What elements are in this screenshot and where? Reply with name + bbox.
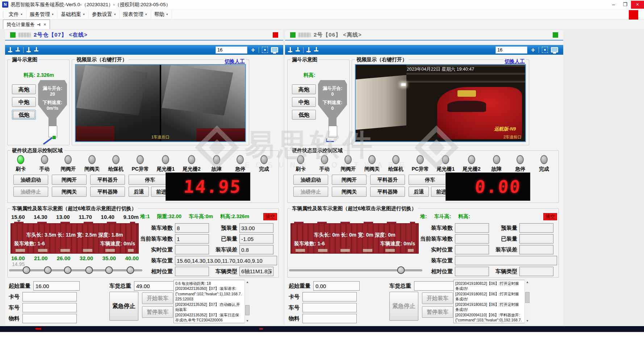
low-cannon-button[interactable]: 低炮	[12, 110, 36, 120]
monitor-icon[interactable]	[271, 47, 278, 53]
clear-button[interactable]: 清空	[263, 213, 277, 220]
slider-thumb[interactable]	[105, 266, 113, 274]
gate-close-button[interactable]: 闸阀关	[332, 187, 367, 197]
open-amount-input[interactable]	[216, 46, 247, 54]
load-pos-input[interactable]	[455, 256, 557, 265]
tab-close-icon[interactable]: ×	[43, 23, 46, 26]
scroll-down-icon[interactable]: ▼	[525, 319, 530, 323]
mid-cannon-button[interactable]: 中炮	[292, 97, 316, 107]
scrollbar[interactable]: ▲ ▼	[244, 280, 250, 323]
menu-base-archive[interactable]: 基础档案▼	[58, 10, 89, 19]
menu-parameter-settings[interactable]: 参数设置▼	[89, 10, 120, 19]
plus-icon[interactable]: +	[530, 47, 536, 53]
menu-help[interactable]: 帮助▼	[151, 10, 172, 19]
leveler-up-button[interactable]: 平料器升	[90, 175, 125, 185]
slider-thumb[interactable]	[44, 266, 51, 274]
card-no-input[interactable]	[22, 292, 77, 301]
pause-loading-button[interactable]: 暂停装车	[142, 306, 173, 318]
menu-service-mgmt[interactable]: 服务管理▼	[26, 10, 58, 19]
high-cannon-button[interactable]: 高炮	[292, 84, 316, 94]
relative-pos-input[interactable]	[455, 267, 489, 276]
monitor-icon[interactable]	[551, 47, 558, 53]
current-pile-input[interactable]	[455, 234, 489, 244]
tab-silo-metering[interactable]: 简仓计量服务 ×	[3, 20, 50, 29]
reverse-button[interactable]: 后退	[129, 187, 149, 197]
loaded-input[interactable]	[519, 234, 553, 244]
slider-thumb[interactable]	[22, 266, 30, 274]
open-amount-input[interactable]	[495, 46, 527, 54]
realtime-pos-input[interactable]	[175, 245, 209, 254]
high-cannon-button[interactable]: 高炮	[12, 84, 36, 94]
preload-input[interactable]	[239, 223, 273, 233]
load-pos-input[interactable]	[175, 256, 277, 265]
minimize-button[interactable]: –	[608, 1, 619, 9]
emergency-stop-button[interactable]: 紧急停止	[109, 292, 138, 321]
slider-thumb[interactable]	[126, 266, 134, 274]
pipe-tool-icon[interactable]	[314, 47, 319, 53]
pipe-tool-icon[interactable]	[296, 47, 300, 53]
video-feed[interactable]: 1车道后口	[75, 64, 246, 142]
scale-start-button[interactable]: 油磅启动	[293, 175, 328, 185]
menu-report-mgmt[interactable]: 报表管理▼	[120, 10, 151, 19]
loaded-input[interactable]	[239, 234, 273, 244]
gate-open-button[interactable]: 闸阀开	[52, 175, 87, 185]
truck-no-input[interactable]	[22, 303, 77, 312]
close-button[interactable]: ×	[631, 1, 644, 9]
emergency-stop-button[interactable]: 紧急停止	[389, 292, 418, 321]
scroll-thumb[interactable]	[245, 305, 250, 315]
scroll-up-icon[interactable]: ▲	[525, 280, 530, 284]
scrollbar[interactable]: ▲ ▼	[524, 280, 530, 323]
card-no-input[interactable]	[302, 292, 357, 301]
video-feed[interactable]: 远航版-N9 2023年04月22日 星期六 19:40:47 2车道前口	[355, 64, 526, 142]
start-loading-button[interactable]: 开始装车	[142, 292, 173, 304]
mid-cannon-button[interactable]: 中炮	[12, 97, 36, 107]
log-output[interactable]: 0.6 每次移动距离: 18 [20230422135350]【07】:装车请求…	[173, 280, 250, 323]
pipe-tool-icon[interactable]	[34, 47, 39, 53]
realtime-pos-input[interactable]	[455, 245, 489, 254]
stop-vehicle-button[interactable]: 停车	[129, 175, 171, 185]
pipe-tool-icon[interactable]	[16, 47, 20, 53]
scroll-thumb[interactable]	[525, 292, 530, 303]
scale-stop-button[interactable]: 油磅停止	[293, 187, 328, 197]
gate-close-button[interactable]: 闸阀关	[52, 187, 87, 197]
vehicle-type-input[interactable]	[239, 267, 273, 276]
slider-thumb[interactable]	[64, 266, 71, 274]
piles-input[interactable]	[175, 223, 209, 233]
restore-button[interactable]: ❐	[619, 1, 631, 9]
gate-tool-icon[interactable]	[306, 47, 311, 53]
vehicle-type-input[interactable]	[519, 267, 553, 276]
leveler-down-button[interactable]: 平料器降	[370, 187, 405, 197]
truck-diagram[interactable]: 车头长: 3.5m 长: 11m 宽: 2.5m 深度: 1.8m 装车堆数: …	[11, 223, 139, 254]
scale-start-button[interactable]: 油磅启动	[13, 175, 48, 185]
scroll-up-icon[interactable]: ▲	[245, 280, 250, 284]
low-cannon-button[interactable]: 低炮	[292, 110, 316, 120]
plus-icon[interactable]: +	[250, 47, 256, 53]
load-error-input[interactable]	[519, 245, 553, 254]
slider-thumb[interactable]	[397, 266, 405, 274]
preload-input[interactable]	[519, 223, 553, 233]
scale-stop-button[interactable]: 油磅停止	[13, 187, 48, 197]
clear-button[interactable]: 清空	[543, 213, 557, 220]
gate-tool-icon[interactable]	[8, 47, 13, 53]
load-error-input[interactable]	[239, 245, 273, 254]
leveler-down-button[interactable]: 平料器降	[90, 187, 125, 197]
pin-icon[interactable]	[37, 23, 41, 26]
start-weight-input[interactable]	[313, 281, 360, 291]
reverse-button[interactable]: 后退	[409, 187, 429, 197]
current-pile-input[interactable]	[175, 234, 209, 244]
start-weight-input[interactable]	[33, 281, 80, 291]
scroll-down-icon[interactable]: ▼	[245, 319, 250, 323]
gate-open-button[interactable]: 闸阀开	[332, 175, 367, 185]
gate-tool-icon[interactable]	[26, 47, 31, 53]
start-loading-button[interactable]: 开始装车	[422, 292, 453, 304]
leveler-up-button[interactable]: 平料器升	[370, 175, 405, 185]
relative-pos-input[interactable]	[175, 267, 209, 276]
piles-input[interactable]	[455, 223, 489, 233]
target-icon[interactable]	[262, 47, 268, 53]
stop-vehicle-button[interactable]: 停车	[409, 175, 451, 185]
material-input[interactable]	[302, 314, 357, 323]
truck-diagram[interactable]: 车头长: 0m 长: 0m 宽: 0m 深度: 0m 装车堆数: 1-6 车辆速…	[290, 223, 419, 254]
log-output[interactable]: [20230419180812]【06】:打开定时服务成功! [20230419…	[453, 280, 530, 323]
material-input[interactable]	[22, 314, 77, 323]
pause-loading-button[interactable]: 暂停装车	[422, 306, 453, 318]
